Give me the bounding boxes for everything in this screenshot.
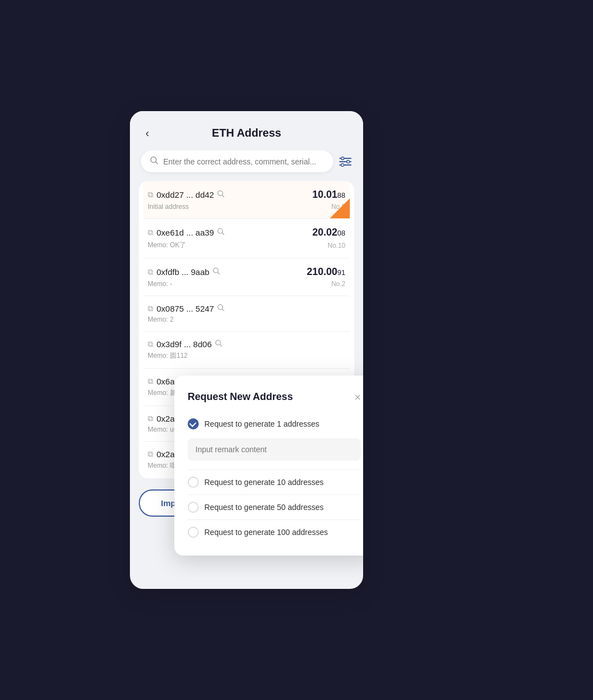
lookup-icon-3[interactable]: [217, 304, 225, 313]
copy-icon-5[interactable]: ⧉: [148, 377, 153, 386]
copy-icon-1[interactable]: ⧉: [148, 228, 153, 237]
remark-input[interactable]: [188, 438, 361, 461]
svg-line-11: [223, 233, 224, 234]
modal-close-button[interactable]: ×: [354, 392, 361, 403]
divider-1: [188, 469, 361, 470]
amount-main-1: 20.02: [312, 227, 337, 238]
svg-point-6: [347, 160, 350, 163]
memo-4: Memo: 圆112: [148, 351, 188, 361]
radio-circle-3: [188, 527, 199, 538]
copy-icon-7[interactable]: ⧉: [148, 449, 153, 459]
copy-icon-6[interactable]: ⧉: [148, 414, 153, 423]
svg-point-7: [341, 163, 344, 166]
memo-0: Initial address: [148, 203, 189, 211]
lookup-icon-1[interactable]: [217, 228, 225, 237]
modal-header: Request New Address ×: [188, 391, 361, 403]
address-text-2: 0xfdfb ... 9aab: [157, 267, 209, 277]
memo-3: Memo: 2: [148, 316, 174, 323]
radio-option-3[interactable]: Request to generate 100 addresses: [188, 522, 361, 542]
radio-option-0[interactable]: Request to generate 1 addresses: [188, 414, 361, 434]
radio-circle-1: [188, 477, 199, 488]
radio-label-1: Request to generate 10 addresses: [204, 478, 324, 487]
address-item-4[interactable]: ⧉ 0x3d9f ... 8d06 Memo: 圆112: [143, 332, 350, 369]
radio-label-2: Request to generate 50 addresses: [204, 503, 324, 512]
copy-icon-3[interactable]: ⧉: [148, 304, 153, 313]
amount-main-2: 210.00: [306, 266, 337, 278]
search-icon: [150, 156, 159, 167]
memo-1: Memo: OK了: [148, 241, 186, 250]
svg-line-1: [156, 162, 158, 164]
modal-title: Request New Address: [188, 391, 293, 403]
lookup-icon-0[interactable]: [217, 190, 225, 199]
divider-3: [188, 519, 361, 520]
radio-label-0: Request to generate 1 addresses: [204, 419, 319, 428]
search-input-wrapper: [141, 151, 333, 172]
filter-button[interactable]: [339, 156, 352, 168]
address-text-4: 0x3d9f ... 8d06: [157, 339, 212, 349]
back-button[interactable]: ‹: [141, 124, 154, 142]
memo-2: Memo: -: [148, 280, 172, 288]
header: ‹ ETH Address: [130, 111, 363, 151]
search-bar: [141, 151, 352, 172]
svg-line-17: [220, 344, 222, 346]
request-new-address-modal: Request New Address × Request to generat…: [174, 376, 363, 556]
radio-circle-2: [188, 502, 199, 513]
radio-option-2[interactable]: Request to generate 50 addresses: [188, 497, 361, 517]
address-item-3[interactable]: ⧉ 0x0875 ... 5247 Memo: 2: [143, 296, 350, 332]
corner-badge-0: [330, 198, 350, 218]
main-card: ‹ ETH Address: [130, 111, 363, 589]
radio-label-3: Request to generate 100 addresses: [204, 528, 328, 537]
page-title: ETH Address: [212, 127, 282, 139]
address-text-0: 0xdd27 ... dd42: [157, 190, 214, 199]
address-item-1[interactable]: ⧉ 0xe61d ... aa39 20.02 08: [143, 219, 350, 258]
lookup-icon-2[interactable]: [213, 267, 220, 277]
lookup-icon-4[interactable]: [215, 339, 223, 349]
copy-icon-0[interactable]: ⧉: [148, 190, 153, 199]
memo-6: Memo: uu: [148, 426, 177, 433]
svg-point-5: [341, 157, 344, 159]
copy-icon-4[interactable]: ⧉: [148, 339, 153, 349]
svg-line-15: [223, 309, 224, 311]
copy-icon-2[interactable]: ⧉: [148, 267, 153, 277]
svg-line-13: [218, 272, 219, 274]
address-item-0[interactable]: ⧉ 0xdd27 ... dd42 10.01 88: [143, 181, 350, 219]
no-1: No.10: [328, 242, 345, 249]
address-text-1: 0xe61d ... aa39: [157, 228, 214, 237]
address-text-3: 0x0875 ... 5247: [157, 304, 214, 313]
radio-circle-0: [188, 418, 199, 429]
radio-option-1[interactable]: Request to generate 10 addresses: [188, 472, 361, 492]
search-input[interactable]: [163, 157, 324, 166]
no-2: No.2: [331, 280, 345, 288]
amount-decimal-1: 08: [338, 229, 345, 237]
divider-2: [188, 494, 361, 495]
svg-line-9: [223, 195, 224, 197]
address-item-2[interactable]: ⧉ 0xfdfb ... 9aab 210.00 91: [143, 258, 350, 296]
amount-decimal-2: 91: [338, 268, 345, 277]
